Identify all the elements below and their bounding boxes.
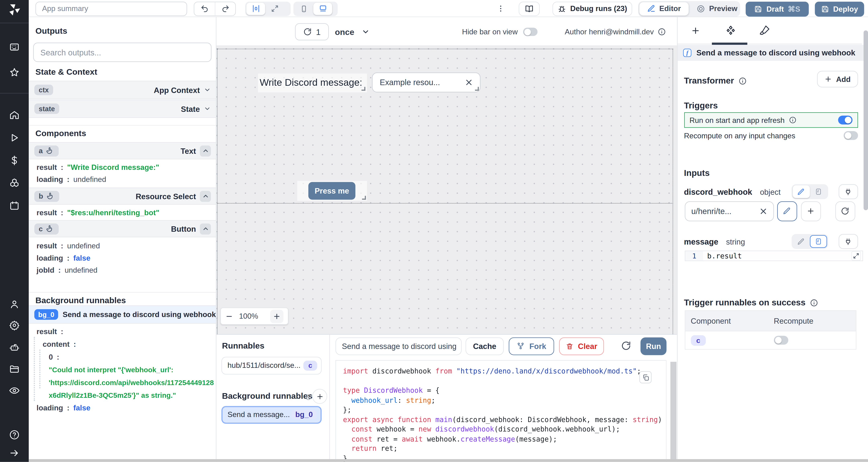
workers-robot-icon[interactable] (9, 342, 20, 353)
edit-resource-button[interactable] (777, 201, 797, 221)
state-output-row[interactable]: state State (29, 100, 216, 118)
add-bg-runnable-button[interactable] (312, 389, 327, 404)
horizontal-scrollbar[interactable] (29, 459, 868, 462)
runs-play-icon[interactable] (9, 133, 20, 143)
refresh-count-button[interactable]: 1 (295, 23, 329, 40)
hide-bar-toggle[interactable] (523, 28, 538, 36)
collapse-chevron-icon[interactable] (200, 145, 211, 156)
output-kv: jobId:undefined (37, 266, 97, 274)
eval-input-mode-button[interactable] (809, 235, 827, 248)
run-on-start-toggle[interactable] (838, 116, 852, 125)
undo-button[interactable] (194, 2, 215, 15)
app-canvas[interactable]: Write Discord message: Example resou... … (216, 45, 677, 334)
info-icon (658, 28, 666, 36)
add-transformer-button[interactable]: Add (817, 71, 858, 88)
zoom-in-button[interactable] (270, 309, 283, 323)
variables-dollar-icon[interactable] (9, 155, 20, 166)
indent-guide (34, 337, 35, 401)
collapse-chevron-icon[interactable] (200, 223, 211, 234)
collapse-arrow-icon[interactable] (9, 448, 20, 458)
resize-handle[interactable] (362, 196, 366, 200)
theme-brush-icon[interactable] (760, 25, 770, 35)
section-divider (29, 292, 216, 293)
run-button[interactable]: Run (641, 337, 666, 355)
redo-button[interactable] (215, 2, 235, 15)
pointer-hand-icon (46, 192, 55, 200)
component-c-row[interactable]: c Button (29, 220, 216, 237)
center-canvas-button[interactable] (246, 2, 265, 15)
expand-editor-icon[interactable] (851, 251, 861, 260)
resources-boxes-icon[interactable] (9, 177, 20, 189)
connect-plug-button[interactable] (838, 184, 858, 199)
component-a-row[interactable]: a Text (29, 142, 216, 159)
recompute-toggle[interactable] (843, 131, 858, 140)
runnable-item[interactable]: hub/1511/discord/se... c (221, 357, 322, 374)
insert-component-plus-icon[interactable] (691, 26, 700, 35)
state-badge: state (34, 103, 59, 114)
add-resource-button[interactable] (801, 201, 821, 221)
ctx-output-row[interactable]: ctx App Context (29, 81, 216, 99)
app-summary-input[interactable]: App summary (35, 1, 187, 16)
preview-tab[interactable]: Preview (689, 2, 745, 15)
editor-tab[interactable]: Editor (639, 2, 689, 15)
resource-picker[interactable]: u/henri/te... (685, 201, 774, 221)
clear-x-icon[interactable] (465, 78, 473, 86)
zoom-out-icon[interactable] (225, 312, 233, 320)
chevron-down-icon[interactable] (204, 86, 211, 94)
docs-book-button[interactable] (519, 1, 540, 16)
audit-eye-icon[interactable] (9, 385, 20, 396)
message-eval-input[interactable]: 1 b.result (685, 251, 863, 261)
draft-button[interactable]: Draft ⌘S (746, 1, 809, 16)
clear-button[interactable]: Clear (559, 337, 604, 355)
mobile-view-button[interactable] (294, 2, 313, 15)
user-icon[interactable] (9, 299, 20, 309)
copy-code-icon[interactable] (639, 371, 652, 384)
cache-button[interactable]: Cache (466, 337, 504, 355)
bg-runnable-item-selected[interactable]: Send a message... bg_0 (221, 406, 322, 424)
more-menu-kebab-icon[interactable] (496, 4, 505, 13)
component-b-row[interactable]: b Resource Select (29, 188, 216, 205)
code-scrollbar-thumb[interactable] (670, 362, 676, 460)
static-input-mode-button[interactable] (793, 235, 809, 248)
debug-runs-button[interactable]: Debug runs (23) (553, 1, 632, 16)
press-me-button[interactable]: Press me (308, 182, 355, 200)
search-outputs-input[interactable]: Search outputs... (33, 42, 211, 62)
windmill-logo-icon[interactable] (7, 2, 22, 16)
apps-icon[interactable] (9, 42, 20, 52)
home-icon[interactable] (9, 110, 20, 120)
code-editor[interactable]: import discordwebhook from "https://deno… (335, 360, 666, 462)
code-line: const ret = await webhook.createMessage(… (343, 434, 666, 443)
script-name-input[interactable]: Send a message to discord using (335, 337, 461, 355)
text-component[interactable]: Write Discord message: (258, 73, 367, 92)
fullwidth-canvas-button[interactable] (265, 2, 284, 15)
refresh-resources-button[interactable] (835, 201, 855, 221)
component-settings-panel: f Send a message to discord using webhoo… (677, 17, 868, 462)
schedules-calendar-icon[interactable] (9, 201, 20, 211)
clear-x-icon[interactable] (760, 207, 768, 215)
right-panel-scrollbar[interactable] (864, 31, 868, 210)
favorites-star-icon[interactable] (9, 67, 20, 78)
static-input-mode-button[interactable] (793, 185, 809, 198)
settings-gear-icon[interactable] (9, 320, 20, 330)
refresh-mode-dropdown[interactable]: once (335, 23, 370, 40)
deploy-button[interactable]: Deploy (815, 1, 864, 16)
resize-handle[interactable] (362, 87, 365, 90)
bg0-output-row[interactable]: bg_0 Send a message to discord using web… (29, 305, 216, 324)
chevron-down-icon[interactable] (204, 105, 211, 112)
refresh-icon[interactable] (621, 341, 631, 351)
fork-button[interactable]: Fork (509, 337, 554, 355)
eval-input-mode-button[interactable] (809, 185, 827, 198)
help-icon[interactable] (9, 429, 20, 440)
recompute-c-toggle[interactable] (774, 336, 788, 344)
resize-handle[interactable] (475, 87, 479, 91)
component-settings-icon[interactable] (725, 25, 736, 36)
bg-runnables-heading: Background runnables (35, 295, 126, 305)
code-editor-panel: Send a message to discord using Cache Fo… (330, 335, 677, 462)
folders-icon[interactable] (9, 364, 20, 374)
desktop-view-button[interactable] (313, 2, 332, 15)
resource-select-component[interactable]: Example resou... (372, 72, 480, 92)
button-component[interactable]: Press me (297, 181, 367, 201)
connect-plug-button[interactable] (838, 234, 858, 249)
component-c-badge[interactable]: c (691, 335, 706, 346)
collapse-chevron-icon[interactable] (200, 191, 211, 202)
